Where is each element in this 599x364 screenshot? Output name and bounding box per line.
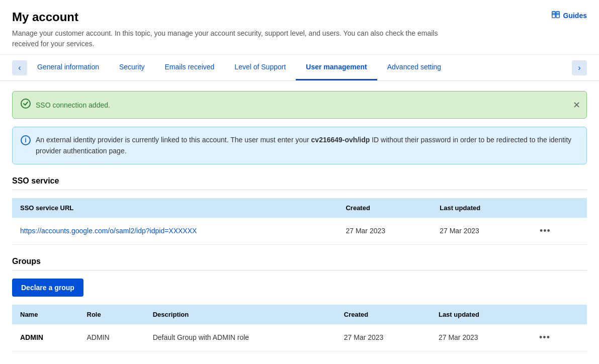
info-icon: i [21,135,31,145]
info-text: An external identity provider is current… [36,134,578,157]
sso-col-updated: Last updated [432,198,528,218]
table-row: ADMIN ADMIN Default Group with ADMIN rol… [12,324,587,351]
groups-col-role: Role [79,305,145,324]
guides-link[interactable]: Guides [551,10,587,21]
tab-security[interactable]: Security [109,55,155,80]
group-updated-cell: 27 Mar 2023 [431,324,527,351]
sso-more-button[interactable]: ••• [536,224,555,238]
sso-url-link[interactable]: https://accounts.google.com/o/saml2/idp?… [20,227,197,235]
groups-col-desc: Description [145,305,336,324]
groups-col-updated: Last updated [431,305,527,324]
tabs-list: General information Security Emails rece… [27,55,572,80]
content-area: SSO connection added. ✕ i An external id… [0,81,599,364]
groups-col-name: Name [12,305,79,324]
tab-emails[interactable]: Emails received [155,55,225,80]
tab-support[interactable]: Level of Support [224,55,296,80]
groups-col-actions [527,305,587,324]
groups-table-header-row: Name Role Description Created Last updat… [12,305,587,324]
groups-table: Name Role Description Created Last updat… [12,305,587,351]
sso-url-cell: https://accounts.google.com/o/saml2/idp?… [12,218,337,245]
page-container: My account Manage your customer account.… [0,0,599,364]
sso-actions-cell: ••• [528,218,587,245]
group-created-cell: 27 Mar 2023 [336,324,431,351]
table-row: https://accounts.google.com/o/saml2/idp?… [12,218,587,245]
tab-next-button[interactable]: › [572,60,587,75]
close-banner-button[interactable]: ✕ [573,101,580,110]
groups-section-title: Groups [12,257,587,266]
tab-advanced[interactable]: Advanced setting [377,55,451,80]
success-message: SSO connection added. [36,101,110,109]
sso-table-header-row: SSO service URL Created Last updated [12,198,587,218]
tabs-bar: ‹ General information Security Emails re… [0,55,599,81]
sso-table: SSO service URL Created Last updated htt… [12,198,587,245]
success-banner: SSO connection added. ✕ [12,91,587,119]
sso-col-created: Created [337,198,432,218]
sso-created-cell: 27 Mar 2023 [337,218,432,245]
sso-divider [12,190,587,190]
page-description: Manage your customer account. In this to… [12,28,465,49]
group-desc-cell: Default Group with ADMIN role [145,324,336,351]
tab-users[interactable]: User management [296,55,377,80]
svg-point-6 [21,99,30,108]
groups-col-created: Created [336,305,431,324]
sso-col-actions [528,198,587,218]
guides-icon [551,10,560,21]
group-role-cell: ADMIN [79,324,145,351]
success-icon [21,99,31,111]
tab-general[interactable]: General information [27,55,109,80]
group-actions-cell: ••• [527,324,587,351]
group-more-button[interactable]: ••• [535,330,554,345]
tab-prev-button[interactable]: ‹ [12,60,27,75]
groups-divider [12,270,587,270]
guides-label: Guides [563,12,587,20]
page-header: My account Manage your customer account.… [0,0,599,55]
sso-updated-cell: 27 Mar 2023 [432,218,528,245]
info-banner: i An external identity provider is curre… [12,127,587,164]
groups-section: Groups Declare a group Name Role Descrip… [12,257,587,351]
page-title: My account [12,10,587,24]
sso-section-title: SSO service [12,176,587,186]
declare-group-button[interactable]: Declare a group [12,279,83,297]
group-name-cell: ADMIN [12,324,79,351]
sso-section: SSO service SSO service URL Created Last… [12,176,587,245]
sso-col-url: SSO service URL [12,198,337,218]
